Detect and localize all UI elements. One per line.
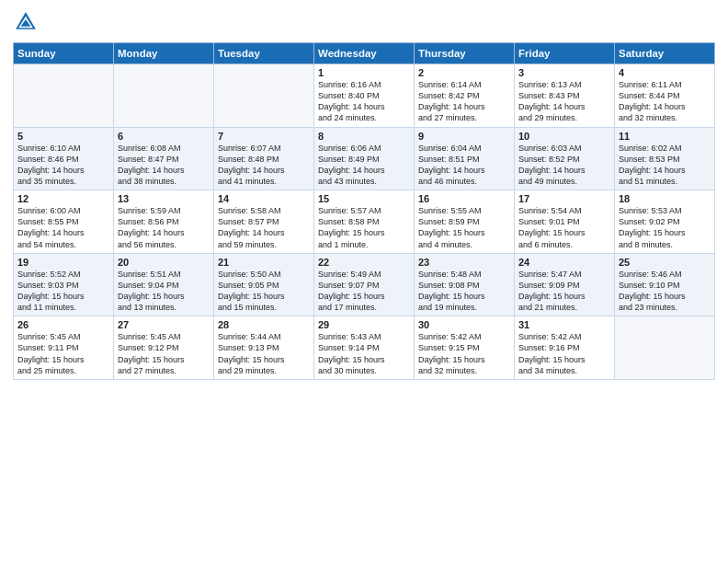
calendar-cell: 7Sunrise: 6:07 AM Sunset: 8:48 PM Daylig… <box>214 127 314 190</box>
week-row-0: 1Sunrise: 6:16 AM Sunset: 8:40 PM Daylig… <box>14 64 715 128</box>
calendar-cell: 12Sunrise: 6:00 AM Sunset: 8:55 PM Dayli… <box>14 190 114 254</box>
day-number: 31 <box>518 319 610 330</box>
calendar-cell: 11Sunrise: 6:02 AM Sunset: 8:53 PM Dayli… <box>615 127 715 190</box>
calendar-cell <box>114 64 214 128</box>
calendar-cell: 30Sunrise: 5:42 AM Sunset: 9:15 PM Dayli… <box>415 316 515 380</box>
calendar-cell: 24Sunrise: 5:47 AM Sunset: 9:09 PM Dayli… <box>515 253 615 316</box>
header-day-tuesday: Tuesday <box>214 43 314 64</box>
calendar-cell <box>14 64 114 128</box>
calendar-cell: 9Sunrise: 6:04 AM Sunset: 8:51 PM Daylig… <box>415 127 515 190</box>
day-info: Sunrise: 5:58 AM Sunset: 8:57 PM Dayligh… <box>218 205 310 250</box>
day-number: 7 <box>218 131 310 142</box>
day-info: Sunrise: 5:48 AM Sunset: 9:08 PM Dayligh… <box>418 269 510 314</box>
day-info: Sunrise: 6:06 AM Sunset: 8:49 PM Dayligh… <box>318 143 410 188</box>
logo-icon <box>13 9 39 35</box>
calendar-cell: 15Sunrise: 5:57 AM Sunset: 8:58 PM Dayli… <box>314 190 415 254</box>
day-info: Sunrise: 5:55 AM Sunset: 8:59 PM Dayligh… <box>418 205 510 250</box>
day-info: Sunrise: 6:03 AM Sunset: 8:52 PM Dayligh… <box>518 143 610 188</box>
day-info: Sunrise: 5:49 AM Sunset: 9:07 PM Dayligh… <box>318 269 410 314</box>
calendar-cell: 18Sunrise: 5:53 AM Sunset: 9:02 PM Dayli… <box>615 190 715 254</box>
header-row: SundayMondayTuesdayWednesdayThursdayFrid… <box>14 43 715 64</box>
day-number: 23 <box>418 257 510 268</box>
day-info: Sunrise: 5:42 AM Sunset: 9:15 PM Dayligh… <box>418 331 510 376</box>
logo <box>13 9 40 35</box>
calendar-cell: 10Sunrise: 6:03 AM Sunset: 8:52 PM Dayli… <box>515 127 615 190</box>
day-number: 16 <box>418 193 510 204</box>
day-info: Sunrise: 5:50 AM Sunset: 9:05 PM Dayligh… <box>218 269 310 314</box>
week-row-2: 12Sunrise: 6:00 AM Sunset: 8:55 PM Dayli… <box>14 190 715 254</box>
day-number: 13 <box>118 193 210 204</box>
day-number: 15 <box>318 193 410 204</box>
day-info: Sunrise: 6:11 AM Sunset: 8:44 PM Dayligh… <box>619 79 711 124</box>
day-number: 8 <box>318 131 410 142</box>
day-number: 3 <box>518 67 610 78</box>
day-info: Sunrise: 5:45 AM Sunset: 9:11 PM Dayligh… <box>17 331 109 376</box>
calendar-cell: 1Sunrise: 6:16 AM Sunset: 8:40 PM Daylig… <box>314 64 415 128</box>
week-row-4: 26Sunrise: 5:45 AM Sunset: 9:11 PM Dayli… <box>14 316 715 380</box>
calendar-cell: 4Sunrise: 6:11 AM Sunset: 8:44 PM Daylig… <box>615 64 715 128</box>
day-number: 2 <box>418 67 510 78</box>
day-number: 26 <box>17 319 109 330</box>
calendar-cell: 25Sunrise: 5:46 AM Sunset: 9:10 PM Dayli… <box>615 253 715 316</box>
day-number: 12 <box>17 193 109 204</box>
header-day-monday: Monday <box>114 43 214 64</box>
day-number: 27 <box>118 319 210 330</box>
day-number: 10 <box>518 131 610 142</box>
calendar-cell: 28Sunrise: 5:44 AM Sunset: 9:13 PM Dayli… <box>214 316 314 380</box>
header-day-wednesday: Wednesday <box>314 43 415 64</box>
day-info: Sunrise: 5:44 AM Sunset: 9:13 PM Dayligh… <box>218 331 310 376</box>
day-info: Sunrise: 5:54 AM Sunset: 9:01 PM Dayligh… <box>518 205 610 250</box>
calendar-cell: 29Sunrise: 5:43 AM Sunset: 9:14 PM Dayli… <box>314 316 415 380</box>
day-info: Sunrise: 6:14 AM Sunset: 8:42 PM Dayligh… <box>418 79 510 124</box>
day-info: Sunrise: 5:51 AM Sunset: 9:04 PM Dayligh… <box>118 269 210 314</box>
day-info: Sunrise: 5:57 AM Sunset: 8:58 PM Dayligh… <box>318 205 410 250</box>
calendar-cell: 5Sunrise: 6:10 AM Sunset: 8:46 PM Daylig… <box>14 127 114 190</box>
day-number: 9 <box>418 131 510 142</box>
calendar-cell: 14Sunrise: 5:58 AM Sunset: 8:57 PM Dayli… <box>214 190 314 254</box>
page-header <box>13 9 715 35</box>
day-info: Sunrise: 6:13 AM Sunset: 8:43 PM Dayligh… <box>518 79 610 124</box>
day-number: 25 <box>619 257 711 268</box>
day-info: Sunrise: 6:16 AM Sunset: 8:40 PM Dayligh… <box>318 79 410 124</box>
day-number: 21 <box>218 257 310 268</box>
day-number: 19 <box>17 257 109 268</box>
day-number: 22 <box>318 257 410 268</box>
header-day-friday: Friday <box>515 43 615 64</box>
calendar-cell: 19Sunrise: 5:52 AM Sunset: 9:03 PM Dayli… <box>14 253 114 316</box>
week-row-3: 19Sunrise: 5:52 AM Sunset: 9:03 PM Dayli… <box>14 253 715 316</box>
calendar-cell: 2Sunrise: 6:14 AM Sunset: 8:42 PM Daylig… <box>415 64 515 128</box>
calendar-cell: 26Sunrise: 5:45 AM Sunset: 9:11 PM Dayli… <box>14 316 114 380</box>
day-number: 30 <box>418 319 510 330</box>
calendar-cell: 23Sunrise: 5:48 AM Sunset: 9:08 PM Dayli… <box>415 253 515 316</box>
day-number: 14 <box>218 193 310 204</box>
calendar-cell <box>214 64 314 128</box>
day-info: Sunrise: 6:07 AM Sunset: 8:48 PM Dayligh… <box>218 143 310 188</box>
day-info: Sunrise: 5:46 AM Sunset: 9:10 PM Dayligh… <box>619 269 711 314</box>
calendar-cell: 27Sunrise: 5:45 AM Sunset: 9:12 PM Dayli… <box>114 316 214 380</box>
day-number: 20 <box>118 257 210 268</box>
day-info: Sunrise: 5:52 AM Sunset: 9:03 PM Dayligh… <box>17 269 109 314</box>
day-info: Sunrise: 5:45 AM Sunset: 9:12 PM Dayligh… <box>118 331 210 376</box>
calendar-cell: 21Sunrise: 5:50 AM Sunset: 9:05 PM Dayli… <box>214 253 314 316</box>
page-container: SundayMondayTuesdayWednesdayThursdayFrid… <box>0 0 728 387</box>
day-info: Sunrise: 6:00 AM Sunset: 8:55 PM Dayligh… <box>17 205 109 250</box>
calendar-cell: 17Sunrise: 5:54 AM Sunset: 9:01 PM Dayli… <box>515 190 615 254</box>
day-number: 4 <box>619 67 711 78</box>
calendar-cell: 8Sunrise: 6:06 AM Sunset: 8:49 PM Daylig… <box>314 127 415 190</box>
day-number: 6 <box>118 131 210 142</box>
day-number: 1 <box>318 67 410 78</box>
calendar-cell <box>615 316 715 380</box>
header-day-thursday: Thursday <box>415 43 515 64</box>
header-day-sunday: Sunday <box>14 43 114 64</box>
day-number: 24 <box>518 257 610 268</box>
day-number: 29 <box>318 319 410 330</box>
calendar-cell: 13Sunrise: 5:59 AM Sunset: 8:56 PM Dayli… <box>114 190 214 254</box>
day-number: 17 <box>518 193 610 204</box>
day-info: Sunrise: 6:10 AM Sunset: 8:46 PM Dayligh… <box>17 143 109 188</box>
calendar-cell: 22Sunrise: 5:49 AM Sunset: 9:07 PM Dayli… <box>314 253 415 316</box>
day-info: Sunrise: 5:42 AM Sunset: 9:16 PM Dayligh… <box>518 331 610 376</box>
day-number: 18 <box>619 193 711 204</box>
day-number: 11 <box>619 131 711 142</box>
header-day-saturday: Saturday <box>615 43 715 64</box>
calendar-cell: 16Sunrise: 5:55 AM Sunset: 8:59 PM Dayli… <box>415 190 515 254</box>
